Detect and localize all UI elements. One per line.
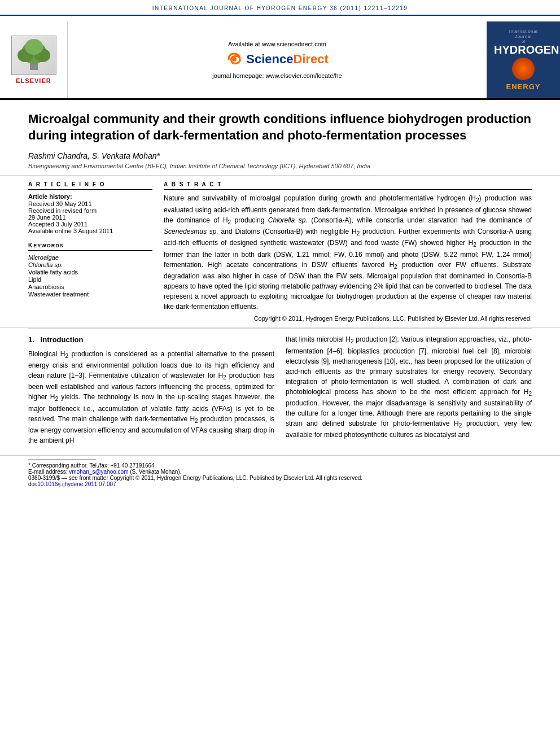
- elsevier-tree-icon: [11, 36, 56, 75]
- section-title: Introduction: [41, 335, 84, 344]
- article-title: Microalgal community and their growth co…: [28, 111, 532, 143]
- keyword-2: Volatile fatty acids: [28, 269, 152, 276]
- journal-center: Available at www.sciencedirect.com Scien…: [68, 21, 487, 98]
- intro-text-col1: Biological H2 production is considered a…: [28, 349, 274, 446]
- doi-link: 10.1016/j.ijhydene.2011.07.007: [37, 481, 116, 487]
- email-address: E-mail address: vmohan_s@yahoo.com (S. V…: [28, 469, 532, 475]
- copyright-text: Copyright © 2011, Hydrogen Energy Public…: [164, 315, 532, 322]
- keyword-3: Lipid: [28, 276, 152, 283]
- keywords-section: KEYWORDS Microalgae Chlorella sp. Volati…: [28, 242, 152, 298]
- intro-heading: 1. Introduction: [28, 334, 274, 346]
- affiliation: Bioengineering and Environmental Centre …: [28, 163, 532, 169]
- svg-point-5: [232, 57, 237, 62]
- keyword-5: Wastewater treatment: [28, 291, 152, 298]
- logo-circle: [512, 58, 535, 80]
- article-body: 1. Introduction Biological H2 production…: [0, 329, 560, 456]
- available-text: Available at www.sciencedirect.com: [228, 41, 326, 47]
- authors: Rashmi Chandra, S. Venkata Mohan*: [28, 151, 532, 160]
- abstract-text: Nature and survivability of microalgal p…: [164, 193, 532, 312]
- journal-citation: International Journal of Hydrogen Energy…: [152, 5, 408, 11]
- logo-journal: Journal: [494, 34, 553, 39]
- footnotes: * Corresponding author. Tel./fax: +91 40…: [0, 456, 560, 490]
- top-bar: International Journal of Hydrogen Energy…: [0, 0, 560, 16]
- sciencedirect-text: ScienceDirect: [246, 52, 329, 67]
- footnote-divider: [28, 460, 96, 460]
- article-info-col: A R T I C L E I N F O Article history: R…: [28, 181, 152, 322]
- logo-hydrogen: HYDROGEN: [494, 44, 553, 55]
- section-number: 1.: [28, 335, 34, 344]
- doi-text: doi:10.1016/j.ijhydene.2011.07.007: [28, 481, 532, 487]
- keywords-label: KEYWORDS: [28, 242, 152, 251]
- history-label: Article history:: [28, 193, 152, 200]
- history-group: Article history: Received 30 May 2011 Re…: [28, 193, 152, 234]
- abstract-col: A B S T R A C T Nature and survivability…: [164, 181, 532, 322]
- sciencedirect-logo: ScienceDirect: [226, 51, 329, 68]
- keyword-4: Anaerobiosis: [28, 283, 152, 290]
- elsevier-logo-block: ELSEVIER: [0, 21, 68, 98]
- revised-date: 29 June 2011: [28, 214, 152, 221]
- hydrogen-logo-inner: International Journal of HYDROGEN ENERGY: [489, 24, 557, 95]
- body-two-col: 1. Introduction Biological H2 production…: [28, 334, 532, 450]
- corresponding-author: * Corresponding author. Tel./fax: +91 40…: [28, 462, 532, 469]
- body-col-right: that limits microbial H2 production [2].…: [286, 334, 532, 450]
- logo-energy: ENERGY: [494, 82, 553, 91]
- available-online: Available online 3 August 2011: [28, 228, 152, 234]
- elsevier-label: ELSEVIER: [16, 77, 51, 84]
- accepted-date: Accepted 3 July 2011: [28, 221, 152, 228]
- logo-international: International: [494, 29, 553, 34]
- email-link: vmohan_s@yahoo.com: [69, 469, 128, 475]
- keyword-1: Chlorella sp.: [28, 261, 152, 268]
- intro-text-col2: that limits microbial H2 production [2].…: [286, 334, 532, 440]
- article-info: Article history: Received 30 May 2011 Re…: [28, 193, 152, 234]
- keyword-0: Microalgae: [28, 254, 152, 261]
- article-info-label: A R T I C L E I N F O: [28, 181, 152, 190]
- homepage-text: journal homepage: www.elsevier.com/locat…: [212, 72, 342, 79]
- received-date: Received 30 May 2011: [28, 200, 152, 207]
- body-col-left: 1. Introduction Biological H2 production…: [28, 334, 274, 450]
- hydrogen-energy-logo: International Journal of HYDROGEN ENERGY: [487, 21, 560, 98]
- keywords-list: Microalgae Chlorella sp. Volatile fatty …: [28, 254, 152, 298]
- revised-label: Received in revised form: [28, 207, 152, 214]
- article-info-abstract: A R T I C L E I N F O Article history: R…: [0, 176, 560, 328]
- abstract-label: A B S T R A C T: [164, 181, 532, 190]
- issn-text: 0360-3199/$ — see front matter Copyright…: [28, 475, 532, 481]
- svg-point-4: [25, 39, 43, 55]
- journal-header: ELSEVIER Available at www.sciencedirect.…: [0, 16, 560, 100]
- article-title-section: Microalgal community and their growth co…: [0, 100, 560, 176]
